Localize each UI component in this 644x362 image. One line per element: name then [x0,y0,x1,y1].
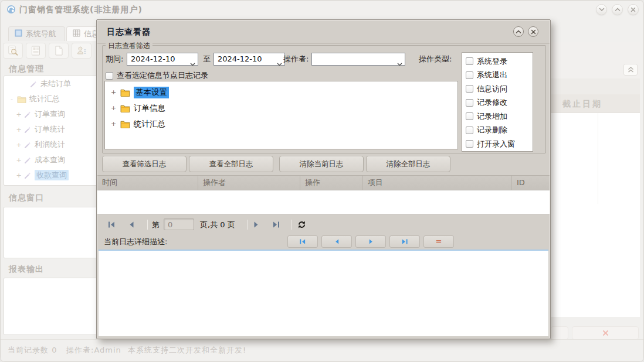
tree-item-profit-stats[interactable]: + 利润统计 [4,137,97,152]
page-total-label: 页,共 0 页 [200,220,235,230]
folder-icon [120,120,130,128]
date-from-select[interactable]: 2024-12-10 [127,53,198,66]
dialog-tree-item-basic-settings[interactable]: + 基本设置 [105,84,457,100]
dialog-collapse-button[interactable] [513,26,524,37]
log-table-header: 时间 操作者 操作 项目 ID [97,175,550,190]
column-header-id[interactable]: ID [511,176,550,190]
pager-divider [247,220,248,230]
log-type-option-delete[interactable]: 记录删除 [466,124,533,138]
new-document-button[interactable] [49,43,69,59]
folder-icon [120,104,130,112]
log-type-option-modify[interactable]: 记录修改 [466,96,533,110]
column-header-operation[interactable]: 操作 [300,176,362,190]
operator-select[interactable] [311,53,405,66]
checkbox-icon[interactable] [466,112,473,120]
page-number-input[interactable] [164,218,194,230]
status-message: 本系统支持二次开发和全新开发! [128,345,246,356]
node-filter-checkbox[interactable]: 查看选定信息节点日志记录 [106,70,208,81]
log-type-option-logout[interactable]: 系统退出 [466,69,533,83]
user-button[interactable] [72,43,91,59]
log-type-option-login[interactable]: 系统登录 [466,54,533,69]
column-header-time[interactable]: 时间 [97,176,198,190]
view-filtered-logs-button[interactable]: 查看筛选日志 [102,156,187,172]
operation-type-list[interactable]: 系统登录 系统退出 信息访问 记录修改 记录增加 记录删除 打开录入窗 [462,52,533,152]
column-header-operator[interactable]: 操作者 [198,176,300,190]
window-square-icon [15,29,22,39]
pager-bar: 第 页,共 0 页 [97,214,550,234]
left-sidebar: 信息管理 未结订单 - 统计汇总 + 订单查询 + 订单统计 [1,41,100,339]
detail-first-button[interactable] [287,235,318,248]
window-close-button[interactable] [628,4,639,15]
detail-last-button[interactable] [389,235,420,248]
background-button[interactable] [551,326,568,340]
pager-divider [147,220,148,230]
search-button[interactable] [3,43,23,59]
background-grid-toolbar [550,78,640,94]
view-all-logs-button[interactable]: 查看全部日志 [189,156,273,172]
wand-icon [24,141,32,149]
date-to-select[interactable]: 2024-12-10 [213,53,285,66]
clear-all-logs-button[interactable]: 清除全部日志 [366,156,450,172]
detail-previous-button[interactable] [321,235,352,248]
grid-icon [73,29,80,39]
tree-item-cost-query[interactable]: + 成本查询 [4,152,97,168]
status-record-count: 当前记录数 0 [8,345,57,356]
checkbox-icon[interactable] [466,99,473,107]
wand-icon [24,126,32,134]
tree-item-order-query[interactable]: + 订单查询 [4,107,97,122]
first-page-button[interactable] [108,221,116,228]
dialog-node-tree[interactable]: + 基本设置 + 订单信息 + 统计汇总 [104,81,458,149]
next-page-button[interactable] [253,221,259,228]
background-grid-body [550,113,640,317]
checkbox-icon[interactable] [466,127,473,134]
background-grid-header: 截止日期 [550,94,640,113]
sidebar-section-report-title: 报表输出 [9,264,44,275]
sidebar-section-window-title: 信息窗口 [9,193,44,203]
column-header-deadline: 截止日期 [562,99,602,110]
checkbox-icon[interactable] [466,85,473,93]
app-title: 门窗销售管理系统(非注册用户) [19,5,143,15]
log-type-option-access[interactable]: 信息访问 [466,82,533,96]
checkbox-icon[interactable] [466,71,473,79]
last-page-button[interactable] [272,221,280,228]
checkbox-icon[interactable] [106,72,113,80]
window-minimize-button[interactable] [596,4,607,15]
operator-label: 操作者: [283,53,309,66]
window-controls [596,4,639,15]
tree-item-order-stats[interactable]: + 订单统计 [4,122,97,137]
dialog-controls [513,26,538,37]
tab-label: 系统导航 [26,29,56,39]
sidebar-section-info-title: 信息管理 [9,64,44,74]
tab-system-nav[interactable]: 系统导航 [8,26,65,41]
detail-remove-button[interactable]: = [423,235,454,248]
collapse-panel-button[interactable] [623,64,638,76]
status-bar: 当前记录数 0 操作者:Admin 本系统支持二次开发和全新开发! [1,339,643,361]
selected-node-label: 基本设置 [134,87,169,98]
background-close-button[interactable] [572,326,639,340]
dialog-tree-item-order-info[interactable]: + 订单信息 [105,100,457,116]
grid-column-divider [598,113,598,204]
column-header-item[interactable]: 项目 [362,176,511,190]
report-button[interactable] [26,43,46,59]
dialog-title: 日志查看器 [107,20,151,43]
log-type-option-add[interactable]: 记录增加 [466,110,533,124]
dialog-tree-item-stats-summary[interactable]: + 统计汇总 [105,116,457,132]
window-maximize-button[interactable] [612,4,623,15]
log-type-option-open-entry[interactable]: 打开录入窗 [466,137,533,151]
checkbox-icon[interactable] [466,57,473,65]
refresh-button[interactable] [297,220,306,229]
clear-current-logs-button[interactable]: 清除当前日志 [279,156,364,172]
previous-page-button[interactable] [128,221,134,228]
detail-label: 当前日志详细描述: [104,237,167,247]
detail-next-button[interactable] [355,235,386,248]
filter-group-label: 日志查看筛选 [106,41,152,51]
tree-item-unclosed-orders[interactable]: 未结订单 [4,76,97,91]
detail-text-area[interactable] [99,250,548,336]
tree-item-stats-summary[interactable]: - 统计汇总 [4,91,97,107]
tree-item-payment-query[interactable]: + 收款查询 [4,168,97,183]
dialog-action-buttons: 查看筛选日志 查看全部日志 清除当前日志 清除全部日志 [97,156,550,172]
sidebar-tree: 未结订单 - 统计汇总 + 订单查询 + 订单统计 + 利润统计 [4,76,98,186]
operation-type-label: 操作类型: [419,53,452,66]
checkbox-icon[interactable] [466,140,473,148]
dialog-close-button[interactable] [528,26,538,37]
